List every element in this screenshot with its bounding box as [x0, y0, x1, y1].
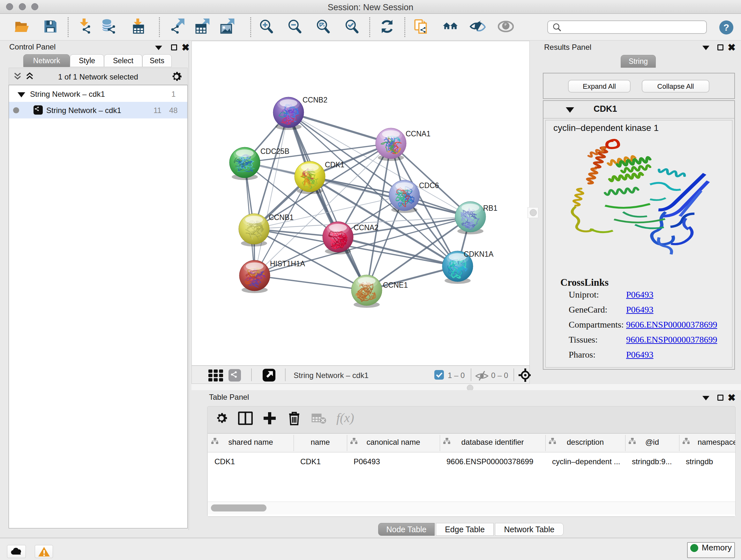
svg-text:CCNB2: CCNB2	[302, 96, 327, 104]
svg-text:CDC6: CDC6	[419, 181, 439, 190]
svg-text:CDC25B: CDC25B	[260, 147, 289, 155]
svg-text:HIST1H1A: HIST1H1A	[270, 260, 306, 268]
svg-text:CDK1: CDK1	[325, 161, 344, 169]
svg-text:CDKN1A: CDKN1A	[464, 250, 494, 258]
svg-text:RB1: RB1	[483, 204, 497, 212]
svg-text:CCNB1: CCNB1	[269, 213, 293, 222]
svg-text:CCNA1: CCNA1	[406, 130, 430, 138]
svg-text:CCNA2: CCNA2	[354, 224, 379, 232]
svg-text:?: ?	[724, 22, 729, 33]
svg-text:CCNE1: CCNE1	[383, 281, 408, 289]
